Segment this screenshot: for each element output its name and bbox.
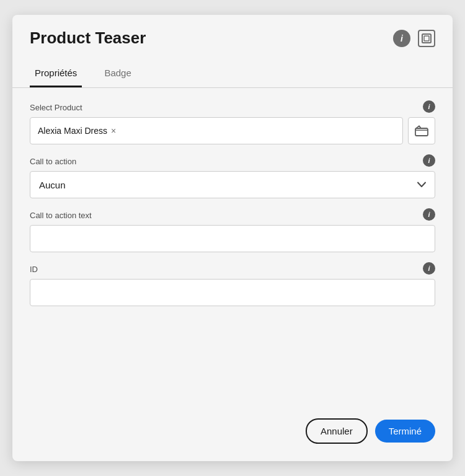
select-product-group: i Select Product Alexia Maxi Dress × [30, 103, 435, 144]
product-teaser-dialog: Product Teaser i Propriétés Badge i Sele… [12, 15, 453, 461]
call-to-action-text-info-icon[interactable]: i [423, 208, 435, 221]
expand-icon[interactable] [418, 30, 435, 47]
svg-rect-0 [422, 34, 431, 43]
product-tag-label: Alexia Maxi Dress [38, 126, 107, 136]
tab-proprietes[interactable]: Propriétés [30, 58, 82, 87]
id-group: i ID [30, 265, 435, 306]
browse-button[interactable] [408, 117, 435, 144]
product-input-row: Alexia Maxi Dress × [30, 117, 435, 144]
select-product-label: Select Product [30, 103, 435, 112]
product-tag-close-icon[interactable]: × [111, 126, 116, 135]
id-info-icon[interactable]: i [423, 262, 435, 275]
call-to-action-value: Aucun [39, 180, 66, 190]
dialog-header: Product Teaser i [12, 15, 453, 58]
svg-rect-1 [424, 36, 429, 41]
call-to-action-select[interactable]: Aucun [30, 171, 435, 198]
header-icons: i [393, 30, 435, 47]
svg-rect-2 [415, 128, 428, 136]
product-tag: Alexia Maxi Dress × [38, 126, 116, 136]
help-icon[interactable]: i [393, 30, 410, 47]
call-to-action-group: i Call to action Aucun [30, 157, 435, 198]
call-to-action-text-group: i Call to action text [30, 211, 435, 252]
call-to-action-info-icon[interactable]: i [423, 154, 435, 167]
confirm-button[interactable]: Terminé [375, 420, 435, 443]
dialog-footer: Annuler Terminé [12, 406, 453, 461]
product-tag-input[interactable]: Alexia Maxi Dress × [30, 117, 403, 144]
chevron-down-icon [417, 180, 426, 190]
dialog-body: i Select Product Alexia Maxi Dress × [12, 88, 453, 406]
tabs-container: Propriétés Badge [12, 58, 453, 88]
cancel-button[interactable]: Annuler [306, 418, 368, 444]
id-input[interactable] [30, 279, 435, 306]
call-to-action-text-label: Call to action text [30, 211, 435, 220]
call-to-action-text-input[interactable] [30, 225, 435, 252]
tab-badge[interactable]: Badge [99, 58, 136, 87]
id-label: ID [30, 265, 435, 274]
select-product-info-icon[interactable]: i [423, 100, 435, 113]
call-to-action-label: Call to action [30, 157, 435, 166]
dialog-title: Product Teaser [30, 29, 146, 48]
